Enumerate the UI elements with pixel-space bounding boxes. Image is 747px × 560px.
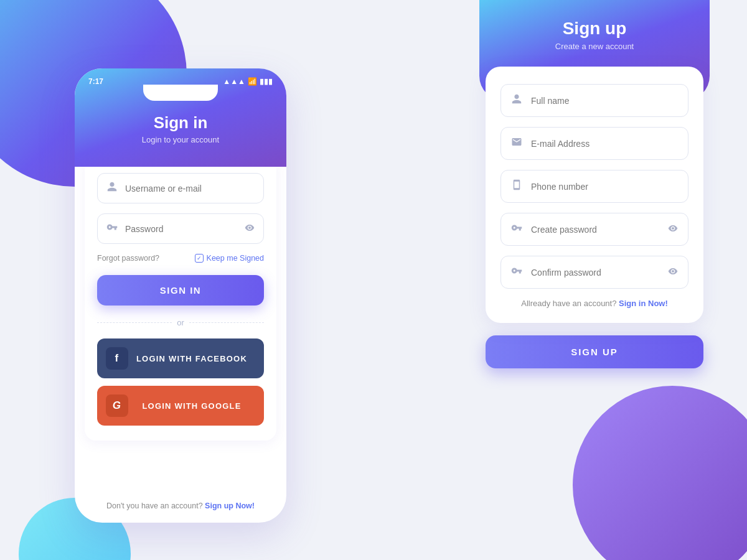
signup-heading: Sign up [479,19,710,39]
battery-icon: ▮▮▮ [260,77,273,86]
email-input[interactable] [531,139,678,149]
confirm-password-eye-icon[interactable] [668,266,678,279]
keep-signed-row[interactable]: ✓ Keep me Signed [195,254,264,263]
forgot-row: Forgot password? ✓ Keep me Signed [97,254,264,263]
key-icon [106,222,118,236]
sign-in-heading: Sign in [75,113,286,133]
confirm-password-input-row [500,256,688,289]
already-account-text: Allready have an account? [521,299,616,308]
signup-form-card: Allready have an account? Sign in Now! [486,67,703,323]
create-password-eye-icon[interactable] [668,223,678,236]
sign-up-phone: Sign up Create a new account [479,0,710,560]
create-password-input-row [500,213,688,246]
sign-in-now-link[interactable]: Sign in Now! [619,299,668,308]
user-icon [106,181,118,195]
google-logo: G [106,394,128,417]
sign-in-phone: 7:17 ▲▲▲ 📶 ▮▮▮ Sign in Login to your acc… [75,68,286,523]
create-password-key-icon [511,222,522,236]
username-input-row [97,173,264,203]
password-input-row [97,213,264,244]
phone-input-row [500,170,688,203]
signal-icon: ▲▲▲ [223,77,245,86]
email-icon [511,136,522,151]
no-account-row: Don't you have an account? Sign up Now! [75,502,286,510]
facebook-logo: f [106,347,128,370]
phone-notch [143,85,218,101]
phone-icon [511,179,522,194]
fullname-input[interactable] [531,96,678,106]
status-icons: ▲▲▲ 📶 ▮▮▮ [223,77,273,86]
facebook-button-label: LOGIN WITH FACEBOOK [128,354,255,363]
eye-icon[interactable] [245,223,255,235]
sign-in-button[interactable]: SIGN IN [97,275,264,306]
status-bar: 7:17 ▲▲▲ 📶 ▮▮▮ [75,68,286,86]
no-account-text: Don't you have an account? [106,502,203,510]
confirm-password-input[interactable] [531,268,668,278]
status-time: 7:17 [88,77,103,86]
sign-in-title-block: Sign in Login to your account [75,101,286,144]
signup-subtitle: Create a new account [479,42,710,51]
create-password-input[interactable] [531,225,668,235]
sign-in-form-card: Forgot password? ✓ Keep me Signed SIGN I… [85,156,276,441]
fullname-user-icon [511,93,522,108]
email-input-row [500,127,688,160]
facebook-login-button[interactable]: f LOGIN WITH FACEBOOK [97,338,264,378]
phone-header: 7:17 ▲▲▲ 📶 ▮▮▮ Sign in Login to your acc… [75,68,286,167]
keep-signed-checkbox[interactable]: ✓ [195,254,204,263]
password-input[interactable] [125,224,245,234]
google-button-label: LOGIN WITH GOOGLE [128,401,255,411]
keep-signed-label: Keep me Signed [207,254,264,263]
google-login-button[interactable]: G LOGIN WITH GOOGLE [97,386,264,426]
sign-in-subtitle: Login to your account [75,135,286,144]
sign-up-button[interactable]: SIGN UP [486,335,703,368]
phone-input[interactable] [531,182,678,192]
or-label: or [177,318,184,327]
username-input[interactable] [125,184,255,194]
wifi-icon: 📶 [248,77,257,86]
already-account-row: Allready have an account? Sign in Now! [500,299,688,308]
sign-up-link[interactable]: Sign up Now! [205,502,255,510]
forgot-password-text[interactable]: Forgot password? [97,254,159,263]
or-divider: or [97,318,264,327]
confirm-password-key-icon [511,265,522,279]
fullname-input-row [500,84,688,117]
